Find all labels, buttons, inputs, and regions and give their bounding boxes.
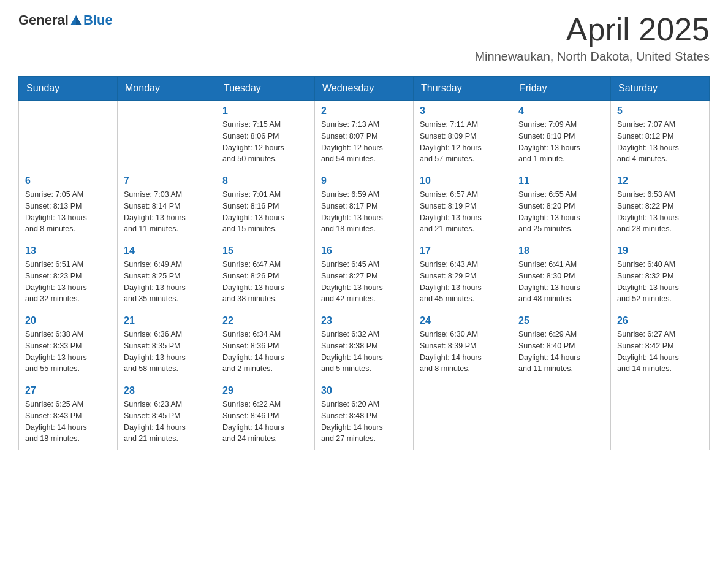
day-number: 22 — [222, 315, 308, 326]
calendar-cell — [19, 101, 118, 170]
day-number: 28 — [124, 385, 210, 396]
calendar-cell: 24Sunrise: 6:30 AM Sunset: 8:39 PM Dayli… — [414, 310, 512, 380]
calendar-week-row: 13Sunrise: 6:51 AM Sunset: 8:23 PM Dayli… — [19, 240, 710, 310]
day-of-week-header: Monday — [118, 77, 216, 101]
day-info: Sunrise: 6:23 AM Sunset: 8:45 PM Dayligh… — [124, 399, 210, 445]
calendar-cell: 15Sunrise: 6:47 AM Sunset: 8:26 PM Dayli… — [216, 240, 315, 310]
day-of-week-header: Sunday — [19, 77, 118, 101]
day-number: 4 — [518, 105, 604, 117]
day-number: 16 — [321, 245, 407, 256]
day-number: 14 — [124, 245, 210, 256]
day-of-week-header: Wednesday — [315, 77, 414, 101]
location-subtitle: Minnewaukan, North Dakota, United States — [474, 50, 710, 64]
calendar-cell: 10Sunrise: 6:57 AM Sunset: 8:19 PM Dayli… — [414, 170, 512, 240]
logo-icon — [69, 14, 83, 26]
logo-general-text: General — [18, 12, 69, 28]
day-info: Sunrise: 6:43 AM Sunset: 8:29 PM Dayligh… — [420, 259, 506, 305]
day-info: Sunrise: 6:45 AM Sunset: 8:27 PM Dayligh… — [321, 259, 407, 305]
day-info: Sunrise: 6:40 AM Sunset: 8:32 PM Dayligh… — [617, 259, 703, 305]
day-number: 20 — [25, 315, 111, 326]
day-number: 1 — [222, 105, 308, 117]
calendar-week-row: 20Sunrise: 6:38 AM Sunset: 8:33 PM Dayli… — [19, 310, 710, 380]
day-info: Sunrise: 6:49 AM Sunset: 8:25 PM Dayligh… — [124, 259, 210, 305]
day-number: 7 — [124, 175, 210, 186]
calendar-cell: 17Sunrise: 6:43 AM Sunset: 8:29 PM Dayli… — [414, 240, 512, 310]
calendar-cell: 13Sunrise: 6:51 AM Sunset: 8:23 PM Dayli… — [19, 240, 118, 310]
day-of-week-header: Thursday — [414, 77, 512, 101]
calendar-cell — [611, 380, 710, 450]
calendar-cell: 5Sunrise: 7:07 AM Sunset: 8:12 PM Daylig… — [611, 101, 710, 170]
calendar-table: SundayMondayTuesdayWednesdayThursdayFrid… — [18, 76, 710, 450]
day-number: 25 — [518, 315, 604, 326]
day-number: 10 — [420, 175, 506, 186]
calendar-cell: 30Sunrise: 6:20 AM Sunset: 8:48 PM Dayli… — [315, 380, 414, 450]
day-info: Sunrise: 6:25 AM Sunset: 8:43 PM Dayligh… — [25, 399, 111, 445]
day-info: Sunrise: 6:20 AM Sunset: 8:48 PM Dayligh… — [321, 399, 407, 445]
calendar-cell: 23Sunrise: 6:32 AM Sunset: 8:38 PM Dayli… — [315, 310, 414, 380]
day-info: Sunrise: 6:34 AM Sunset: 8:36 PM Dayligh… — [222, 329, 308, 375]
calendar-cell: 1Sunrise: 7:15 AM Sunset: 8:06 PM Daylig… — [216, 101, 315, 170]
calendar-cell: 19Sunrise: 6:40 AM Sunset: 8:32 PM Dayli… — [611, 240, 710, 310]
calendar-week-row: 1Sunrise: 7:15 AM Sunset: 8:06 PM Daylig… — [19, 101, 710, 170]
calendar-cell: 9Sunrise: 6:59 AM Sunset: 8:17 PM Daylig… — [315, 170, 414, 240]
day-number: 12 — [617, 175, 703, 186]
month-title: April 2025 — [474, 12, 710, 47]
day-of-week-header: Tuesday — [216, 77, 315, 101]
day-info: Sunrise: 6:41 AM Sunset: 8:30 PM Dayligh… — [518, 259, 604, 305]
svg-marker-1 — [76, 15, 82, 25]
day-number: 9 — [321, 175, 407, 186]
calendar-cell: 3Sunrise: 7:11 AM Sunset: 8:09 PM Daylig… — [414, 101, 512, 170]
day-info: Sunrise: 6:53 AM Sunset: 8:22 PM Dayligh… — [617, 189, 703, 235]
day-info: Sunrise: 7:03 AM Sunset: 8:14 PM Dayligh… — [124, 189, 210, 235]
calendar-cell: 14Sunrise: 6:49 AM Sunset: 8:25 PM Dayli… — [118, 240, 216, 310]
day-number: 18 — [518, 245, 604, 256]
day-number: 2 — [321, 105, 407, 117]
day-info: Sunrise: 6:22 AM Sunset: 8:46 PM Dayligh… — [222, 399, 308, 445]
day-info: Sunrise: 7:01 AM Sunset: 8:16 PM Dayligh… — [222, 189, 308, 235]
day-number: 17 — [420, 245, 506, 256]
calendar-cell: 18Sunrise: 6:41 AM Sunset: 8:30 PM Dayli… — [512, 240, 611, 310]
day-info: Sunrise: 6:57 AM Sunset: 8:19 PM Dayligh… — [420, 189, 506, 235]
calendar-header-row: SundayMondayTuesdayWednesdayThursdayFrid… — [19, 77, 710, 101]
day-info: Sunrise: 7:13 AM Sunset: 8:07 PM Dayligh… — [321, 119, 407, 165]
day-number: 8 — [222, 175, 308, 186]
calendar-cell: 21Sunrise: 6:36 AM Sunset: 8:35 PM Dayli… — [118, 310, 216, 380]
day-number: 27 — [25, 385, 111, 396]
day-info: Sunrise: 6:47 AM Sunset: 8:26 PM Dayligh… — [222, 259, 308, 305]
day-info: Sunrise: 6:55 AM Sunset: 8:20 PM Dayligh… — [518, 189, 604, 235]
day-info: Sunrise: 7:09 AM Sunset: 8:10 PM Dayligh… — [518, 119, 604, 165]
day-number: 19 — [617, 245, 703, 256]
day-number: 15 — [222, 245, 308, 256]
calendar-cell: 28Sunrise: 6:23 AM Sunset: 8:45 PM Dayli… — [118, 380, 216, 450]
calendar-cell: 16Sunrise: 6:45 AM Sunset: 8:27 PM Dayli… — [315, 240, 414, 310]
calendar-cell: 7Sunrise: 7:03 AM Sunset: 8:14 PM Daylig… — [118, 170, 216, 240]
calendar-cell: 27Sunrise: 6:25 AM Sunset: 8:43 PM Dayli… — [19, 380, 118, 450]
calendar-cell: 26Sunrise: 6:27 AM Sunset: 8:42 PM Dayli… — [611, 310, 710, 380]
day-number: 29 — [222, 385, 308, 396]
day-info: Sunrise: 7:15 AM Sunset: 8:06 PM Dayligh… — [222, 119, 308, 165]
day-of-week-header: Friday — [512, 77, 611, 101]
day-number: 5 — [617, 105, 703, 117]
day-number: 24 — [420, 315, 506, 326]
day-info: Sunrise: 6:51 AM Sunset: 8:23 PM Dayligh… — [25, 259, 111, 305]
logo: General Blue — [18, 12, 113, 28]
day-info: Sunrise: 6:27 AM Sunset: 8:42 PM Dayligh… — [617, 329, 703, 375]
calendar-cell: 29Sunrise: 6:22 AM Sunset: 8:46 PM Dayli… — [216, 380, 315, 450]
day-number: 30 — [321, 385, 407, 396]
day-info: Sunrise: 6:59 AM Sunset: 8:17 PM Dayligh… — [321, 189, 407, 235]
page-header: General Blue April 2025 Minnewaukan, Nor… — [18, 12, 710, 64]
calendar-cell: 20Sunrise: 6:38 AM Sunset: 8:33 PM Dayli… — [19, 310, 118, 380]
day-info: Sunrise: 6:38 AM Sunset: 8:33 PM Dayligh… — [25, 329, 111, 375]
day-info: Sunrise: 6:29 AM Sunset: 8:40 PM Dayligh… — [518, 329, 604, 375]
title-area: April 2025 Minnewaukan, North Dakota, Un… — [474, 12, 710, 64]
day-number: 21 — [124, 315, 210, 326]
calendar-week-row: 6Sunrise: 7:05 AM Sunset: 8:13 PM Daylig… — [19, 170, 710, 240]
calendar-cell: 22Sunrise: 6:34 AM Sunset: 8:36 PM Dayli… — [216, 310, 315, 380]
calendar-cell: 25Sunrise: 6:29 AM Sunset: 8:40 PM Dayli… — [512, 310, 611, 380]
day-of-week-header: Saturday — [611, 77, 710, 101]
calendar-cell — [512, 380, 611, 450]
day-info: Sunrise: 6:36 AM Sunset: 8:35 PM Dayligh… — [124, 329, 210, 375]
calendar-cell — [414, 380, 512, 450]
day-number: 23 — [321, 315, 407, 326]
calendar-cell: 8Sunrise: 7:01 AM Sunset: 8:16 PM Daylig… — [216, 170, 315, 240]
